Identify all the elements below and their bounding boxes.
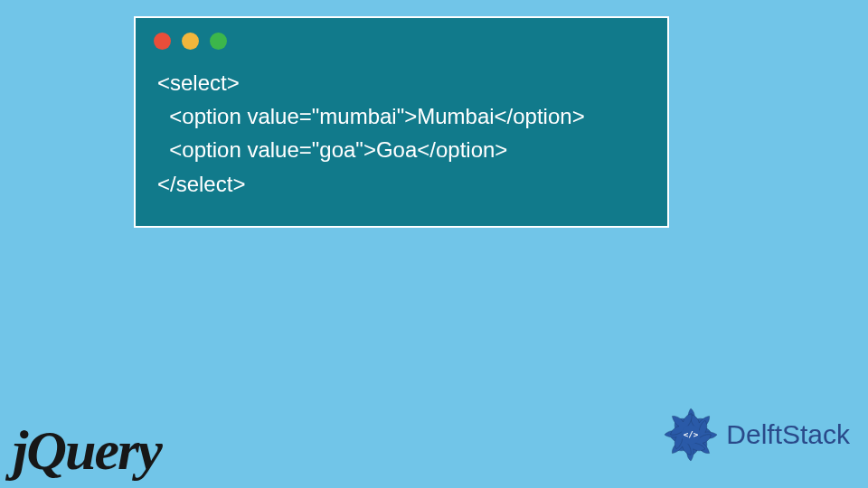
delftstack-label: DelftStack bbox=[726, 419, 850, 450]
jquery-logo: jQuery bbox=[13, 418, 161, 483]
close-icon[interactable] bbox=[154, 33, 171, 50]
zoom-icon[interactable] bbox=[210, 33, 227, 50]
delftstack-icon: </> bbox=[661, 405, 721, 465]
code-block: <select> <option value="mumbai">Mumbai</… bbox=[136, 57, 667, 208]
code-line: <select> bbox=[157, 70, 240, 95]
code-line: <option value="mumbai">Mumbai</option> bbox=[157, 104, 585, 128]
window-titlebar bbox=[136, 18, 667, 57]
svg-text:</>: </> bbox=[684, 429, 699, 439]
minimize-icon[interactable] bbox=[182, 33, 199, 50]
code-line: </select> bbox=[157, 172, 245, 196]
delftstack-logo: </> DelftStack bbox=[661, 405, 850, 465]
code-window: <select> <option value="mumbai">Mumbai</… bbox=[134, 16, 669, 228]
code-line: <option value="goa">Goa</option> bbox=[157, 137, 507, 162]
